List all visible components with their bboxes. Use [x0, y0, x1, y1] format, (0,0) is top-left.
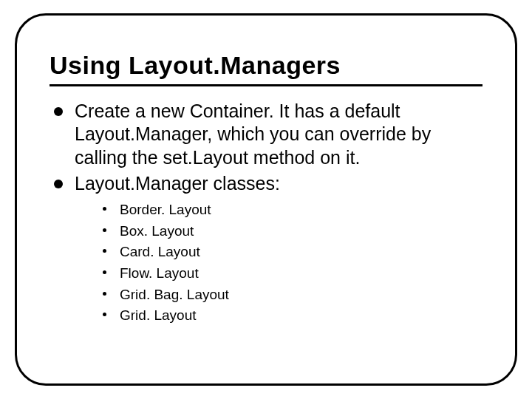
slide: Using Layout.Managers Create a new Conta… [0, 0, 532, 399]
list-item-text: Layout.Manager classes: [75, 172, 280, 195]
list-item: Create a new Container. It has a default… [50, 100, 482, 169]
list-item-text: Border. Layout [120, 201, 211, 219]
list-item-text: Card. Layout [120, 243, 200, 262]
list-item: Layout.Manager classes: [50, 172, 482, 195]
bullet-icon [103, 207, 106, 211]
list-item: Card. Layout [100, 243, 482, 262]
bullet-icon [54, 180, 63, 188]
bullet-list: Create a new Container. It has a default… [50, 100, 482, 195]
list-item-text: Grid. Layout [120, 307, 197, 325]
list-item-text: Create a new Container. It has a default… [75, 100, 482, 169]
bullet-icon [103, 228, 106, 232]
slide-frame: Using Layout.Managers Create a new Conta… [15, 13, 517, 386]
sub-bullet-list: Border. Layout Box. Layout Card. Layout … [100, 201, 482, 325]
list-item: Border. Layout [100, 201, 482, 219]
list-item-text: Flow. Layout [120, 265, 199, 283]
bullet-icon [103, 249, 106, 253]
list-item: Grid. Bag. Layout [100, 286, 482, 304]
list-item: Box. Layout [100, 222, 482, 241]
bullet-icon [54, 107, 63, 116]
bullet-icon [103, 292, 106, 296]
slide-title: Using Layout.Managers [50, 51, 482, 80]
bullet-icon [103, 270, 106, 274]
bullet-icon [103, 313, 106, 316]
list-item: Grid. Layout [100, 307, 482, 325]
list-item-text: Box. Layout [120, 222, 194, 241]
title-underline [50, 84, 482, 86]
list-item-text: Grid. Bag. Layout [120, 286, 229, 304]
list-item: Flow. Layout [100, 265, 482, 283]
